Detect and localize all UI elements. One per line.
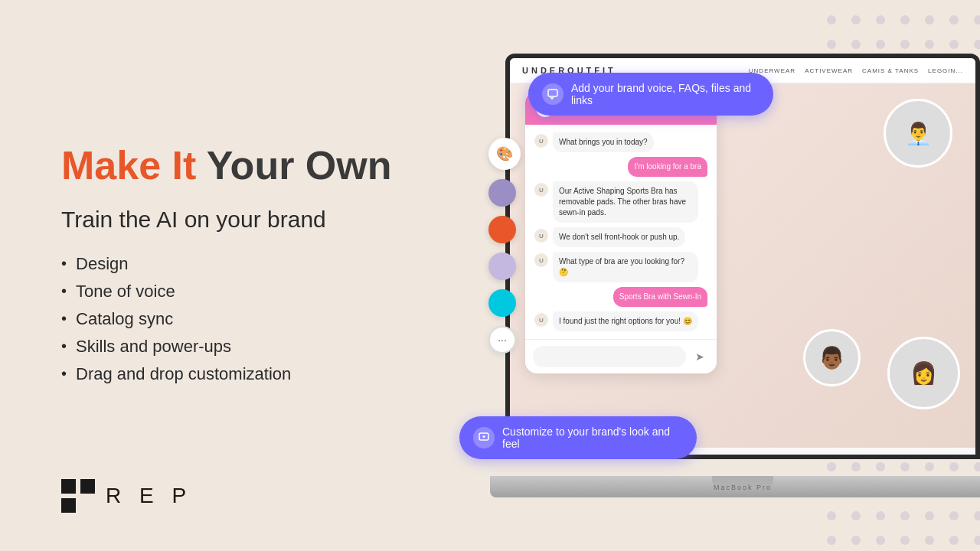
logo-area: R E P bbox=[61, 479, 192, 513]
bot-avatar-1: U bbox=[534, 134, 548, 148]
tooltip-paint-icon bbox=[473, 427, 495, 448]
swatch-cyan bbox=[488, 289, 516, 317]
title-part2: Your Own bbox=[207, 143, 392, 187]
nav-item-2: ACTIVEWEAR bbox=[805, 67, 853, 74]
bot-avatar-5: U bbox=[534, 253, 548, 267]
msg-6: Sports Bra with Sewn-In bbox=[613, 287, 707, 307]
rep-logo-icon bbox=[61, 479, 95, 513]
chat-widget: U Virtual assistant U What brings you in… bbox=[525, 91, 717, 373]
msg-row-1: U What brings you in today? bbox=[534, 132, 707, 152]
feature-item-4: Skills and power-ups bbox=[61, 337, 444, 357]
nav-item-4: LEGGIN... bbox=[928, 67, 963, 74]
feature-item-1: Design bbox=[61, 254, 444, 274]
feature-item-2: Tone of voice bbox=[61, 282, 444, 302]
main-title: Make It Your Own bbox=[61, 144, 444, 187]
svg-rect-3 bbox=[548, 90, 557, 96]
feature-item-5: Drag and drop customization bbox=[61, 364, 444, 384]
msg-4: We don't sell front-hook or push up. bbox=[553, 227, 685, 247]
person-avatar-1: 👨‍💼 bbox=[884, 99, 952, 168]
laptop-base: MacBook Pro bbox=[490, 476, 980, 497]
msg-7: I found just the right options for you! … bbox=[553, 311, 698, 331]
svg-rect-1 bbox=[80, 479, 95, 494]
msg-5: What type of bra are you looking for? 🤔 bbox=[553, 252, 698, 282]
subtitle: Train the AI on your brand bbox=[61, 207, 444, 233]
feature-list: Design Tone of voice Catalog sync Skills… bbox=[61, 254, 444, 392]
person-avatar-2: 👨🏾 bbox=[803, 329, 861, 386]
bot-avatar-4: U bbox=[534, 229, 548, 243]
website-content: 👨‍💼 👨🏾 👩 U Virtual assistant bbox=[510, 83, 975, 448]
msg-row-2: I'm looking for a bra bbox=[534, 157, 707, 177]
msg-row-3: U Our Active Shaping Sports Bra has remo… bbox=[534, 181, 707, 223]
msg-2: I'm looking for a bra bbox=[628, 157, 707, 177]
msg-row-5: U What type of bra are you looking for? … bbox=[534, 252, 707, 282]
tooltip-brand-voice: Add your brand voice, FAQs, files and li… bbox=[528, 73, 773, 116]
msg-row-6: Sports Bra with Sewn-In bbox=[534, 287, 707, 307]
msg-row-4: U We don't sell front-hook or push up. bbox=[534, 227, 707, 247]
send-button[interactable]: ➤ bbox=[691, 347, 709, 366]
msg-row-7: U I found just the right options for you… bbox=[534, 311, 707, 331]
tooltip-customize-text: Customize to your brand's look and feel bbox=[502, 425, 683, 450]
paint-swatch: 🎨 bbox=[488, 138, 521, 170]
svg-rect-0 bbox=[61, 479, 76, 494]
title-part1: Make It bbox=[61, 143, 207, 187]
chat-input-field[interactable] bbox=[533, 346, 686, 367]
laptop-screen-inner: UNDEROUTFIT UNDERWEAR ACTIVEWEAR CAMIS &… bbox=[510, 58, 975, 455]
swatch-lavender bbox=[488, 253, 516, 280]
tooltip-chat-icon bbox=[542, 83, 564, 105]
swatch-orange bbox=[488, 216, 516, 243]
chat-messages: U What brings you in today? I'm looking … bbox=[525, 125, 717, 339]
tooltip-brand-voice-text: Add your brand voice, FAQs, files and li… bbox=[571, 82, 760, 106]
nav-item-3: CAMIS & TANKS bbox=[862, 67, 919, 74]
person-avatar-3: 👩 bbox=[887, 337, 960, 409]
svg-point-5 bbox=[483, 435, 485, 438]
bot-avatar-7: U bbox=[534, 313, 548, 327]
macbook-label: MacBook Pro bbox=[714, 484, 772, 491]
msg-1: What brings you in today? bbox=[553, 132, 654, 152]
msg-3: Our Active Shaping Sports Bra has remova… bbox=[553, 181, 698, 223]
bot-avatar-3: U bbox=[534, 183, 548, 197]
swatch-more[interactable]: ··· bbox=[488, 326, 516, 354]
svg-rect-2 bbox=[61, 498, 76, 513]
left-panel: Make It Your Own Train the AI on your br… bbox=[61, 0, 444, 551]
right-panel: 🎨 ··· Add your brand voice, FAQs, files … bbox=[444, 31, 980, 536]
swatch-purple bbox=[488, 179, 516, 207]
chat-input-area: ➤ bbox=[525, 339, 717, 373]
tooltip-customize: Customize to your brand's look and feel bbox=[459, 416, 697, 459]
feature-item-3: Catalog sync bbox=[61, 309, 444, 329]
color-swatches: 🎨 ··· bbox=[488, 138, 521, 354]
website-nav: UNDERWEAR ACTIVEWEAR CAMIS & TANKS LEGGI… bbox=[749, 67, 963, 74]
logo-text: R E P bbox=[106, 484, 192, 508]
